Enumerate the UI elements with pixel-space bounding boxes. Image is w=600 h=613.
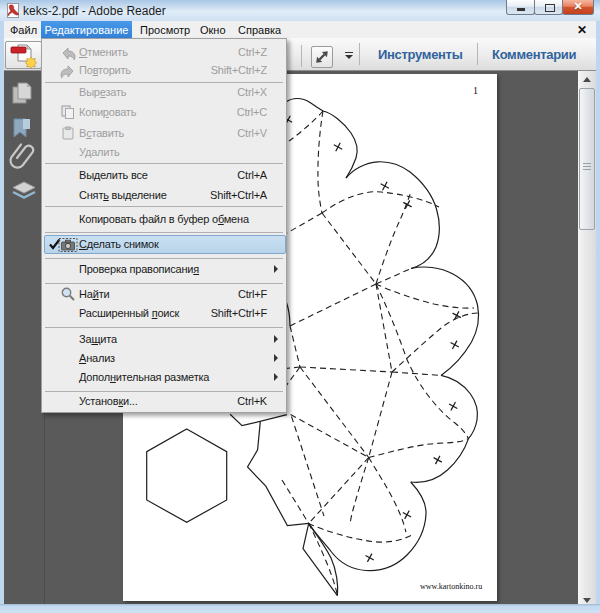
svg-text:1: 1 xyxy=(473,85,478,96)
svg-text:www.kartonkino.ru: www.kartonkino.ru xyxy=(420,582,482,591)
